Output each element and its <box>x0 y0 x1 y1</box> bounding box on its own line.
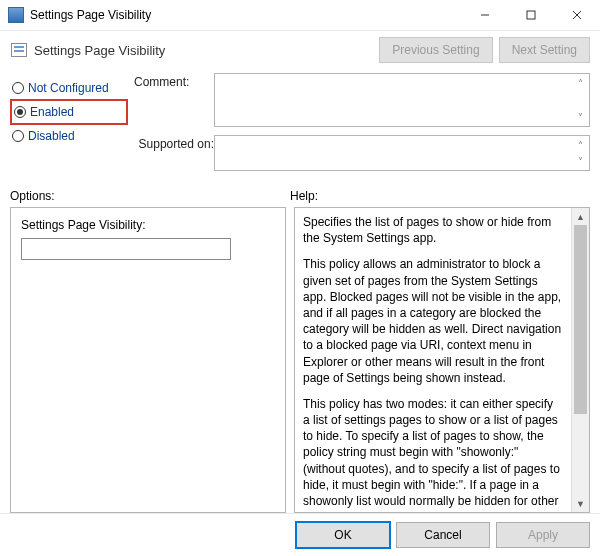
radio-label-disabled: Disabled <box>28 129 75 143</box>
policy-icon <box>10 41 28 59</box>
radio-disabled[interactable]: Disabled <box>10 125 128 147</box>
previous-setting-button[interactable]: Previous Setting <box>379 37 492 63</box>
radio-label-enabled: Enabled <box>30 105 74 119</box>
help-paragraph: This policy allows an administrator to b… <box>303 256 563 386</box>
subheader: Settings Page Visibility Previous Settin… <box>0 31 600 71</box>
supported-on-label: Supported on: <box>134 135 214 171</box>
maximize-button[interactable] <box>508 0 554 30</box>
policy-title: Settings Page Visibility <box>34 43 165 58</box>
scroll-up-icon[interactable]: ˄ <box>573 138 587 152</box>
close-button[interactable] <box>554 0 600 30</box>
svg-rect-1 <box>527 11 535 19</box>
scrollbar-track[interactable] <box>572 225 589 495</box>
dialog-footer: OK Cancel Apply <box>0 513 600 556</box>
help-paragraph: Specifies the list of pages to show or h… <box>303 214 563 246</box>
scroll-down-icon[interactable]: ˅ <box>573 154 587 168</box>
ok-button[interactable]: OK <box>296 522 390 548</box>
options-input-label: Settings Page Visibility: <box>21 218 275 232</box>
scroll-down-icon[interactable]: ▼ <box>572 495 589 512</box>
scroll-down-icon[interactable]: ˅ <box>573 110 587 124</box>
minimize-button[interactable] <box>462 0 508 30</box>
dialog-window: Settings Page Visibility Settings Page V… <box>0 0 600 556</box>
radio-icon <box>14 106 26 118</box>
dialog-body: Not Configured Enabled Disabled Comment: <box>0 71 600 513</box>
app-icon <box>8 7 24 23</box>
supported-on-textarea: ˄ ˅ <box>214 135 590 171</box>
help-text: Specifies the list of pages to show or h… <box>295 208 571 512</box>
options-panel: Settings Page Visibility: <box>10 207 286 513</box>
help-paragraph: This policy has two modes: it can either… <box>303 396 563 512</box>
scrollbar-thumb[interactable] <box>574 225 587 414</box>
radio-icon <box>12 130 24 142</box>
help-panel: Specifies the list of pages to show or h… <box>294 207 590 513</box>
apply-button[interactable]: Apply <box>496 522 590 548</box>
options-section-label: Options: <box>10 189 290 203</box>
cancel-button[interactable]: Cancel <box>396 522 490 548</box>
comment-label: Comment: <box>134 73 214 127</box>
settings-page-visibility-input[interactable] <box>21 238 231 260</box>
scroll-up-icon[interactable]: ˄ <box>573 76 587 90</box>
titlebar: Settings Page Visibility <box>0 0 600 31</box>
state-radio-group: Not Configured Enabled Disabled <box>10 71 128 179</box>
next-setting-button[interactable]: Next Setting <box>499 37 590 63</box>
help-section-label: Help: <box>290 189 590 203</box>
help-scrollbar[interactable]: ▲ ▼ <box>571 208 589 512</box>
radio-not-configured[interactable]: Not Configured <box>10 77 128 99</box>
scroll-up-icon[interactable]: ▲ <box>572 208 589 225</box>
window-title: Settings Page Visibility <box>30 8 151 22</box>
comment-textarea[interactable]: ˄ ˅ <box>214 73 590 127</box>
radio-icon <box>12 82 24 94</box>
radio-label-not-configured: Not Configured <box>28 81 109 95</box>
radio-enabled[interactable]: Enabled <box>10 99 128 125</box>
